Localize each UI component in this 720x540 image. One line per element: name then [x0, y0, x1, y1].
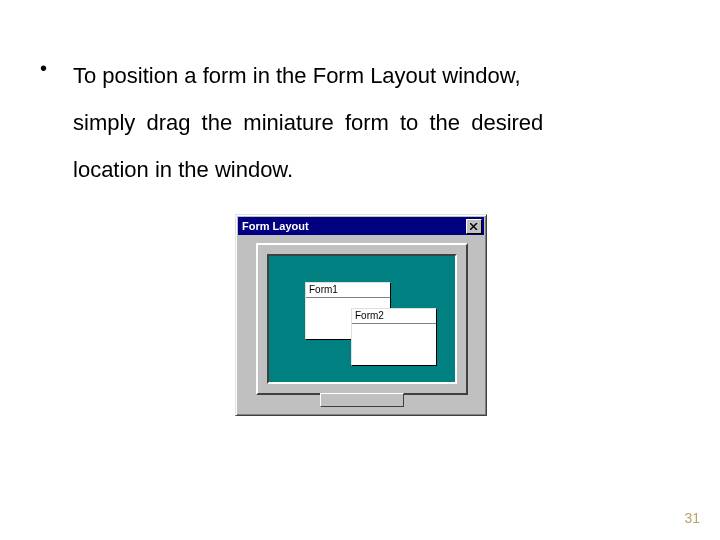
- mini-form-2[interactable]: Form2: [351, 308, 437, 366]
- monitor-screen: Form1 Form2: [267, 254, 457, 384]
- mini-form-1-title: Form1: [306, 283, 390, 298]
- form-layout-titlebar[interactable]: Form Layout: [238, 217, 484, 235]
- form-layout-body: Form1 Form2: [238, 237, 484, 413]
- slide: • To position a form in the Form Layout …: [0, 0, 720, 540]
- form-layout-title: Form Layout: [242, 220, 309, 232]
- mini-form-2-title: Form2: [352, 309, 436, 324]
- form-layout-window: Form Layout Form1 Form2: [235, 214, 487, 416]
- bullet-marker: •: [40, 53, 47, 83]
- bullet-line-2: simply drag the miniature form to the de…: [73, 99, 543, 146]
- bullet-item: • To position a form in the Form Layout …: [40, 52, 674, 193]
- bullet-line-3: location in the window.: [73, 146, 543, 193]
- monitor-frame: Form1 Form2: [256, 243, 468, 395]
- close-icon: [470, 223, 478, 230]
- monitor-stand: [320, 393, 404, 407]
- close-button[interactable]: [466, 219, 482, 234]
- bullet-line-1: To position a form in the Form Layout wi…: [73, 52, 543, 99]
- bullet-text: To position a form in the Form Layout wi…: [73, 52, 543, 193]
- page-number: 31: [684, 510, 700, 526]
